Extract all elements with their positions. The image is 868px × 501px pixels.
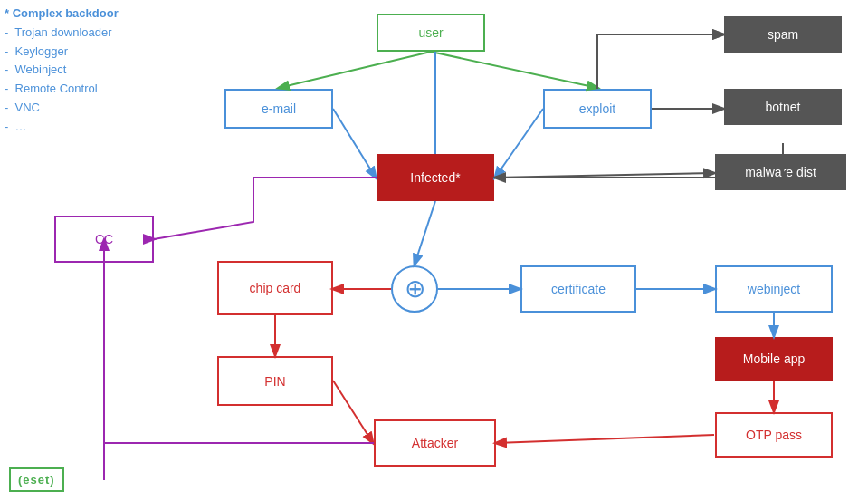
legend-list: - Trojan downloader - Keylogger - Webinj… [5,24,186,137]
legend-item-3: - Webinject [5,61,186,80]
exploit-box: exploit [543,89,652,129]
chip-card-box: chip card [217,261,333,315]
svg-line-1 [431,52,597,88]
cc-box: CC [54,216,154,263]
legend-item-4: - Remote Control [5,80,186,99]
svg-line-0 [279,52,431,88]
spam-box: spam [724,16,842,53]
pin-box: PIN [217,356,333,406]
legend-area: * Complex backdoor - Trojan downloader -… [5,5,186,137]
attacker-box: Attacker [374,419,496,467]
svg-line-7 [415,201,435,265]
otp-pass-box: OTP pass [715,412,833,458]
legend-item-2: - Keylogger [5,43,186,62]
legend-item-6: - … [5,118,186,137]
webinject-box: webinject [715,265,833,313]
title: * Complex backdoor [5,5,186,24]
svg-line-13 [333,381,373,443]
certificate-box: certificate [520,265,636,313]
mobile-app-box: Mobile app [715,337,833,381]
svg-line-6 [494,173,714,178]
legend-item-1: - Trojan downloader [5,24,186,43]
botnet-box: botnet [724,89,842,125]
xor-circle [391,265,438,313]
infected-box: Infected* [377,154,494,201]
user-box: user [377,14,485,52]
svg-line-5 [495,109,543,178]
malware-dist-box: malware dist [715,154,846,190]
email-box: e-mail [224,89,333,129]
legend-item-5: - VNC [5,99,186,118]
svg-line-15 [496,435,714,443]
svg-line-4 [333,109,376,178]
eset-logo: (eset) [9,467,64,492]
